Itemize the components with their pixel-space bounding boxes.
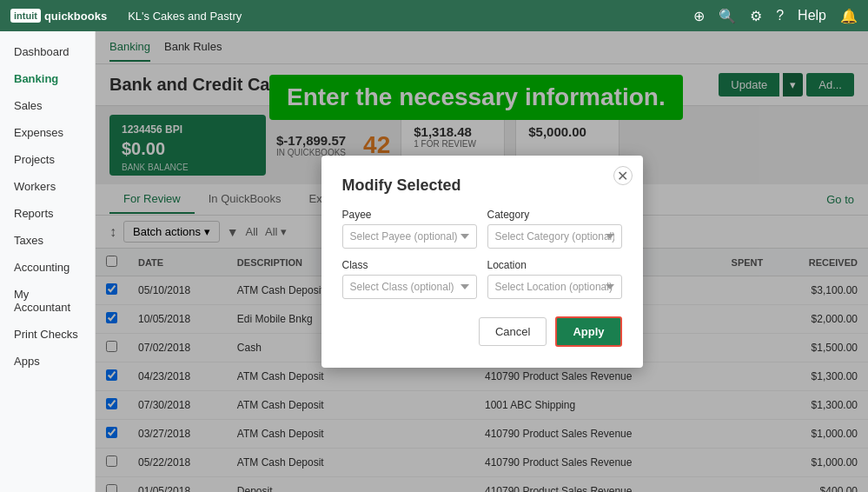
sidebar-item-print-checks[interactable]: Print Checks [0,321,95,348]
dialog-row-1: Payee Select Payee (optional) Category S… [342,209,622,249]
app-layout: Dashboard Banking Sales Expenses Project… [0,31,868,492]
sidebar-item-taxes[interactable]: Taxes [0,227,95,254]
bell-icon[interactable]: 🔔 [840,8,858,24]
sidebar-item-expenses[interactable]: Expenses [0,119,95,146]
payee-select[interactable]: Select Payee (optional) [342,224,477,249]
quickbooks-logo: intuit quickbooks [10,9,107,23]
sidebar-item-my-accountant[interactable]: My Accountant [0,281,95,321]
category-label: Category [487,209,622,221]
sidebar-item-dashboard[interactable]: Dashboard [0,38,95,65]
top-nav-right: ⊕ 🔍 ⚙ ? Help 🔔 [693,8,858,24]
payee-label: Payee [342,209,477,221]
dialog-row-2: Class Select Class (optional) Location S… [342,259,622,299]
help-icon[interactable]: ? [776,8,784,23]
search-icon[interactable]: 🔍 [719,8,736,24]
plus-icon[interactable]: ⊕ [693,8,705,24]
qb-brand-text: quickbooks [44,10,107,23]
cancel-button[interactable]: Cancel [479,317,547,346]
qb-logo-icon: intuit [10,9,41,23]
class-select[interactable]: Select Class (optional) [342,275,477,299]
sidebar-item-apps[interactable]: Apps [0,348,95,375]
sidebar-item-accounting[interactable]: Accounting [0,254,95,281]
category-field-group: Category Select Category (optional) [487,209,622,249]
location-select[interactable]: Select Location (optional) [487,275,622,299]
dialog-title: Modify Selected [342,176,622,195]
dialog-actions: Cancel Apply [342,316,622,347]
location-field-group: Location Select Location (optional) [487,259,622,299]
location-label: Location [487,259,622,271]
sidebar-item-sales[interactable]: Sales [0,92,95,119]
modify-selected-dialog: Modify Selected ✕ Payee Select Payee (op… [321,156,643,368]
sidebar-item-workers[interactable]: Workers [0,173,95,200]
dialog-close-button[interactable]: ✕ [613,166,633,185]
class-field-group: Class Select Class (optional) [342,259,477,299]
company-name: KL's Cakes and Pastry [128,10,242,23]
sidebar-item-reports[interactable]: Reports [0,200,95,227]
top-navigation: intuit quickbooks KL's Cakes and Pastry … [0,0,868,31]
apply-button[interactable]: Apply [555,316,621,347]
main-content: Banking Bank Rules Bank and Credit Cards… [96,31,868,492]
sidebar-item-banking[interactable]: Banking [0,65,95,92]
gear-icon[interactable]: ⚙ [750,8,762,24]
modal-overlay: Modify Selected ✕ Payee Select Payee (op… [96,31,868,492]
class-label: Class [342,259,477,271]
payee-field-group: Payee Select Payee (optional) [342,209,477,249]
sidebar-item-projects[interactable]: Projects [0,146,95,173]
help-label: Help [798,8,826,23]
sidebar: Dashboard Banking Sales Expenses Project… [0,31,96,492]
category-select[interactable]: Select Category (optional) [487,224,622,249]
